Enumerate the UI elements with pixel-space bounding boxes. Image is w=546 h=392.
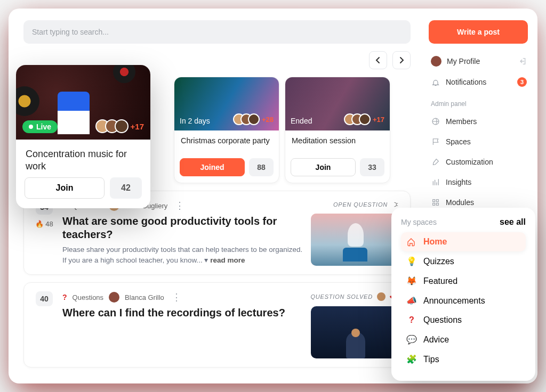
space-quizzes[interactable]: 💡Quizzes [401, 251, 526, 271]
spaces-label: My spaces [401, 218, 437, 226]
event-card[interactable]: Ended +17 Meditation session Join 33 [285, 77, 390, 183]
attendee-count: +17 [131, 122, 144, 131]
post-card[interactable]: 40 ? Questions Blanca Grillo ⋮ Where can… [23, 282, 411, 368]
event-title: Christmas corporate party [174, 130, 279, 158]
megaphone-icon: 📣 [406, 296, 417, 306]
post-title[interactable]: What are some good productivity tools fo… [62, 215, 303, 241]
fire-count: 🔥 48 [35, 220, 53, 228]
svg-rect-4 [436, 203, 438, 205]
joined-button[interactable]: Joined [180, 158, 245, 176]
post-status: OPEN QUESTION [333, 200, 400, 209]
admin-insights-link[interactable]: Insights [429, 174, 528, 191]
svg-rect-2 [436, 200, 438, 202]
notifications-link[interactable]: Notifications 3 [429, 74, 528, 91]
brush-icon [431, 157, 440, 167]
admin-spaces-link[interactable]: Spaces [429, 133, 528, 150]
events-prev-button[interactable] [369, 51, 387, 69]
event-title: Concentration music for work [16, 140, 150, 177]
event-attendee-count: +28 [262, 116, 274, 124]
grid-icon [431, 198, 440, 207]
space-home[interactable]: Home [401, 232, 526, 251]
featured-event-card[interactable]: Live +17 Concentration music for work Jo… [16, 65, 150, 208]
event-title: Meditation session [285, 130, 390, 158]
see-all-link[interactable]: see all [500, 217, 526, 227]
members-icon [431, 117, 440, 126]
bulb-icon: 💡 [406, 256, 417, 266]
admin-members-link[interactable]: Members [429, 113, 528, 130]
admin-customization-link[interactable]: Customization [429, 153, 528, 170]
post-title[interactable]: Where can I find the recordings of lectu… [62, 306, 303, 320]
svg-rect-3 [433, 203, 435, 205]
user-avatar [431, 56, 441, 67]
admin-section-label: Admin panel [429, 100, 528, 108]
live-badge: Live [22, 120, 58, 133]
author-avatar[interactable] [109, 292, 119, 303]
space-featured[interactable]: 🦊Featured [401, 271, 526, 291]
event-count: 33 [360, 158, 384, 176]
my-profile-link[interactable]: My Profile [429, 52, 528, 70]
post-category[interactable]: Questions [73, 293, 104, 301]
svg-rect-1 [433, 200, 435, 202]
join-button[interactable]: Join [291, 158, 356, 176]
space-advice[interactable]: 💬Advice [401, 330, 526, 349]
event-status-label: In 2 days [180, 117, 210, 125]
notification-badge: 3 [517, 77, 527, 87]
home-icon [406, 237, 417, 247]
event-card[interactable]: In 2 days +28 Christmas corporate party … [174, 77, 279, 183]
post-author[interactable]: Blanca Grillo [125, 293, 164, 301]
question-icon: ? [62, 293, 67, 301]
bell-icon [431, 77, 440, 87]
event-count: 88 [249, 158, 274, 176]
post-excerpt: Please share your productivity tools tha… [62, 244, 303, 265]
space-announcements[interactable]: 📣Announcements [401, 291, 526, 311]
question-icon: ? [406, 315, 417, 325]
chat-icon: 💬 [406, 334, 417, 345]
logout-icon[interactable] [518, 57, 527, 66]
chart-icon [431, 177, 440, 187]
puzzle-icon: 🧩 [406, 354, 417, 364]
post-thumbnail [311, 214, 400, 266]
solver-avatar [376, 291, 387, 302]
space-tips[interactable]: 🧩Tips [401, 349, 526, 369]
event-status-label: Ended [291, 117, 312, 125]
my-spaces-panel: My spaces see all Home 💡Quizzes 🦊Feature… [391, 208, 535, 381]
events-next-button[interactable] [392, 51, 411, 69]
event-attendee-count: +17 [373, 116, 384, 124]
event-count: 42 [110, 177, 142, 199]
flag-icon [431, 137, 440, 146]
search-input[interactable]: Start typing to search... [23, 20, 411, 44]
fox-icon: 🦊 [406, 276, 417, 286]
write-post-button[interactable]: Write a post [429, 20, 528, 44]
read-more-link[interactable]: read more [210, 256, 245, 264]
space-questions[interactable]: ?Questions [401, 311, 526, 330]
join-button[interactable]: Join [25, 177, 105, 199]
vote-count[interactable]: 40 [36, 291, 53, 306]
post-menu-button[interactable]: ⋮ [170, 291, 183, 303]
post-status: QUESTION SOLVED [310, 291, 400, 302]
post-thumbnail [311, 306, 400, 358]
post-menu-button[interactable]: ⋮ [173, 200, 187, 211]
